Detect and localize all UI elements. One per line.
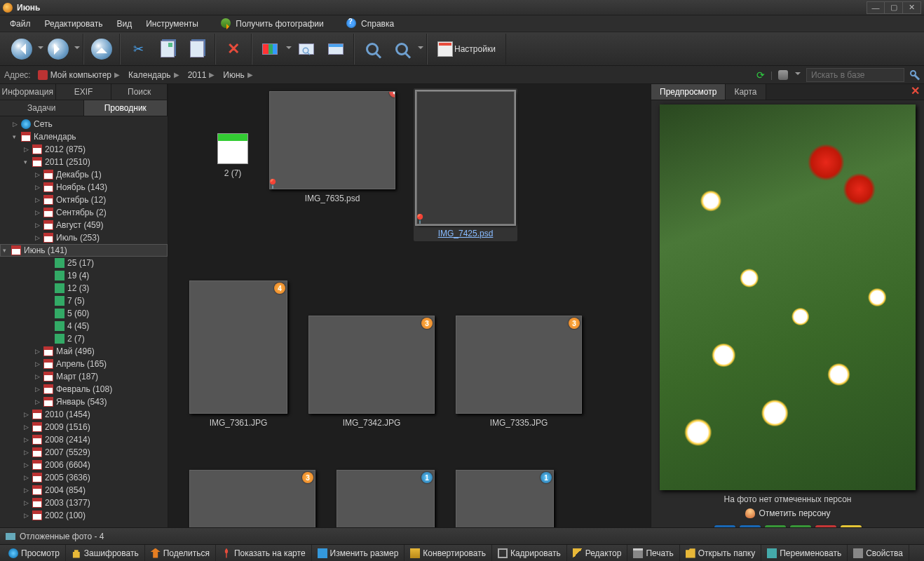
tree-jun[interactable]: ▾Июнь (141) <box>0 244 168 257</box>
zoom-dropdown[interactable] <box>418 46 423 52</box>
crumb-calendar[interactable]: Календарь▶ <box>125 69 185 81</box>
tree-jan[interactable]: ▷Январь (543) <box>0 396 168 408</box>
thumb-img-7337[interactable]: 3📍 IMG_7337.JPG <box>189 470 315 527</box>
tab-search[interactable]: Поиск <box>111 84 168 100</box>
menu-file[interactable]: Файл <box>4 17 36 31</box>
tree-calendar[interactable]: ▾Календарь <box>0 130 168 143</box>
bottom-convert[interactable]: Конвертировать <box>405 545 492 561</box>
bottom-view[interactable]: Просмотр <box>3 545 66 561</box>
crumb-root[interactable]: Мой компьютер▶ <box>35 69 125 81</box>
tab-exif[interactable]: EXIF <box>56 84 112 100</box>
tab-preview[interactable]: Предпросмотр <box>651 84 726 100</box>
bottom-properties[interactable]: Свойства <box>848 545 909 561</box>
up-button[interactable] <box>88 36 115 62</box>
menu-view[interactable]: Вид <box>111 17 137 31</box>
tree-2006[interactable]: ▷2006 (6604) <box>0 459 168 471</box>
bottom-open-folder[interactable]: Открыть папку <box>680 545 762 561</box>
crumb-year[interactable]: 2011▶ <box>185 69 221 81</box>
tree-jul[interactable]: ▷Июль (253) <box>0 231 168 244</box>
tab-info[interactable]: Информация <box>0 84 56 100</box>
list-view-button[interactable] <box>322 36 349 62</box>
crumb-month[interactable]: Июнь▶ <box>220 69 259 81</box>
tag-person-button[interactable]: Отметить персону <box>745 508 831 518</box>
thumb-img-7425[interactable]: 📍 IMG_7425.psd <box>414 88 517 241</box>
thumbs-view-button[interactable] <box>257 36 283 62</box>
tree-d25[interactable]: 25 (17) <box>0 257 168 269</box>
bottom-resize[interactable]: Изменить размер <box>312 545 405 561</box>
bottom-map[interactable]: Показать на карте <box>216 545 312 561</box>
preview-view-button[interactable] <box>293 36 320 62</box>
preview-image[interactable] <box>660 104 916 490</box>
tree-2005[interactable]: ▷2005 (3636) <box>0 471 168 484</box>
tree-dec[interactable]: ▷Декабрь (1) <box>0 168 168 181</box>
bottom-encrypt[interactable]: Зашифровать <box>66 545 145 561</box>
tree-2010[interactable]: ▷2010 (1454) <box>0 408 168 421</box>
thumb-img-7979[interactable]: 1📍 img_7979.jpg <box>337 470 435 527</box>
menu-help[interactable]: Справка <box>341 16 400 31</box>
menu-edit[interactable]: Редактировать <box>39 17 109 31</box>
tree-2009[interactable]: ▷2009 (1516) <box>0 421 168 433</box>
tree-2008[interactable]: ▷2008 (2414) <box>0 433 168 446</box>
settings-button[interactable]: Настройки <box>432 36 501 62</box>
menu-get-photos[interactable]: Получить фотографии <box>215 16 329 31</box>
zoom-in-button[interactable] <box>359 36 386 62</box>
search-button[interactable] <box>910 70 920 80</box>
forward-dropdown[interactable] <box>74 46 80 52</box>
minimize-button[interactable]: — <box>867 1 885 14</box>
thumb-folder-2[interactable]: 2 (7) <box>217 133 248 238</box>
bottom-rename[interactable]: Переименовать <box>761 545 848 561</box>
db-dropdown[interactable] <box>795 72 801 78</box>
close-button[interactable]: ✕ <box>903 1 921 14</box>
cut-button[interactable]: ✂ <box>125 36 151 62</box>
tree-d19[interactable]: 19 (4) <box>0 269 168 282</box>
deferred-bar[interactable]: Отложенные фото - 4 <box>0 527 924 544</box>
tree-2004[interactable]: ▷2004 (854) <box>0 484 168 496</box>
bottom-editor[interactable]: Редактор <box>567 545 628 561</box>
tree-d12[interactable]: 12 (3) <box>0 282 168 295</box>
tree-mar[interactable]: ▷Март (187) <box>0 370 168 383</box>
delete-button[interactable]: ✕ <box>220 36 247 62</box>
tree-aug[interactable]: ▷Август (459) <box>0 219 168 231</box>
thumb-img-7635[interactable]: ●📍 IMG_7635.psd <box>269 91 395 238</box>
paste-button[interactable] <box>184 36 210 62</box>
bottom-share[interactable]: Поделиться <box>145 545 216 561</box>
folder-tree[interactable]: ▷Сеть ▾Календарь ▷2012 (875) ▾2011 (2510… <box>0 116 168 527</box>
copy-button[interactable] <box>154 36 181 62</box>
tab-tasks[interactable]: Задачи <box>0 100 84 116</box>
close-panel-button[interactable]: ✕ <box>906 84 924 100</box>
tree-network[interactable]: ▷Сеть <box>0 118 168 130</box>
maximize-button[interactable]: ▢ <box>885 1 903 14</box>
tree-sep[interactable]: ▷Сентябрь (2) <box>0 206 168 219</box>
tree-d4[interactable]: 4 (45) <box>0 320 168 332</box>
search-input[interactable] <box>806 68 904 82</box>
tab-explorer[interactable]: Проводник <box>84 100 168 116</box>
back-button[interactable] <box>8 36 35 62</box>
tree-may[interactable]: ▷Май (496) <box>0 345 168 358</box>
view-dropdown[interactable] <box>286 46 292 52</box>
tree-d2[interactable]: 2 (7) <box>0 332 168 345</box>
menu-tools[interactable]: Инструменты <box>140 17 204 31</box>
tree-nov[interactable]: ▷Ноябрь (143) <box>0 181 168 194</box>
back-dropdown[interactable] <box>38 46 43 52</box>
tree-d7[interactable]: 7 (5) <box>0 295 168 307</box>
database-icon[interactable] <box>778 70 788 80</box>
tree-feb[interactable]: ▷Февраль (108) <box>0 383 168 396</box>
thumb-img-7335[interactable]: 3 IMG_7335.JPG <box>456 316 582 428</box>
forward-button[interactable] <box>45 36 72 62</box>
tree-2002[interactable]: ▷2002 (100) <box>0 509 168 522</box>
refresh-button[interactable]: ⟳ <box>756 69 765 81</box>
tree-2011[interactable]: ▾2011 (2510) <box>0 156 168 168</box>
zoom-out-button[interactable] <box>388 36 415 62</box>
bottom-crop[interactable]: Кадрировать <box>492 545 567 561</box>
thumb-img-7361[interactable]: 4 IMG_7361.JPG <box>189 280 287 428</box>
tree-oct[interactable]: ▷Октябрь (12) <box>0 194 168 206</box>
bottom-print[interactable]: Печать <box>627 545 679 561</box>
tree-apr[interactable]: ▷Апрель (165) <box>0 358 168 370</box>
thumb-img-4117[interactable]: 1 img_4117.psd <box>456 470 554 527</box>
tree-d5[interactable]: 5 (60) <box>0 307 168 320</box>
tab-map[interactable]: Карта <box>726 84 766 100</box>
tree-2012[interactable]: ▷2012 (875) <box>0 143 168 156</box>
tree-2007[interactable]: ▷2007 (5529) <box>0 446 168 459</box>
thumb-img-7342[interactable]: 3 IMG_7342.JPG <box>308 316 435 428</box>
tree-2003[interactable]: ▷2003 (1377) <box>0 496 168 509</box>
